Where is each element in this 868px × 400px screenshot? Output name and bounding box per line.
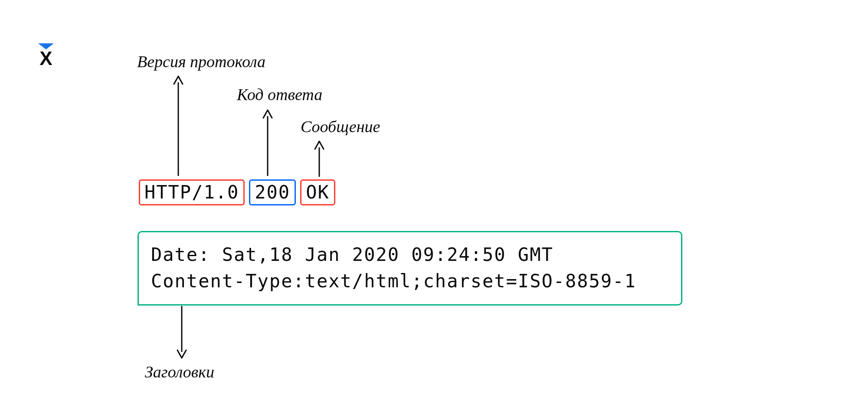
arrow-headers <box>176 306 188 360</box>
label-message: Сообщение <box>301 117 380 136</box>
status-line: HTTP/1.0 200 OK <box>139 179 335 205</box>
label-headers: Заголовки <box>145 362 214 381</box>
header-line-2: Content-Type:text/html;charset=ISO-8859-… <box>151 268 669 295</box>
headers-box: Date: Sat,18 Jan 2020 09:24:50 GMT Conte… <box>138 231 682 306</box>
arrow-protocol <box>172 75 184 176</box>
status-message-box: OK <box>300 179 335 205</box>
protocol-box: HTTP/1.0 <box>139 179 245 205</box>
label-status-code: Код ответа <box>237 85 322 104</box>
arrow-message <box>313 140 325 177</box>
header-line-1: Date: Sat,18 Jan 2020 09:24:50 GMT <box>151 242 669 268</box>
svg-text:X: X <box>39 48 52 68</box>
label-protocol: Версия протокола <box>137 52 265 71</box>
status-code-box: 200 <box>249 179 296 205</box>
arrow-status-code <box>262 108 274 176</box>
logo: X <box>34 42 58 68</box>
